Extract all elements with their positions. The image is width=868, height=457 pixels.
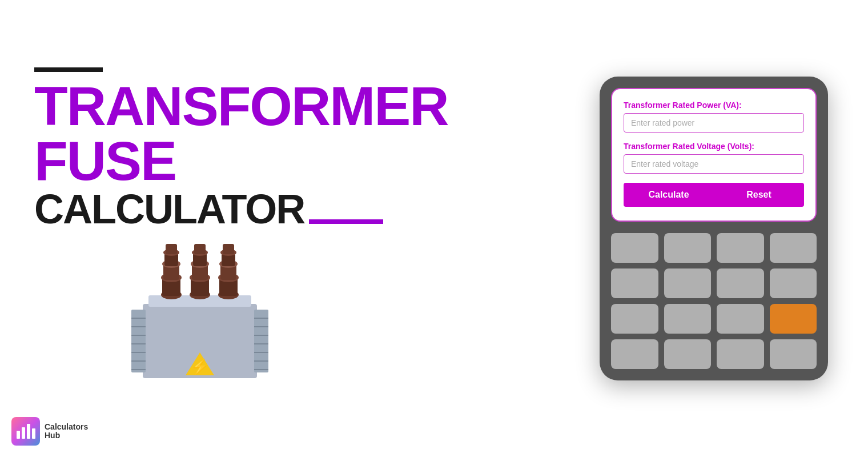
logo-text: Calculators Hub: [45, 423, 88, 440]
reset-button[interactable]: Reset: [714, 183, 804, 207]
title-fuse: FUSE: [34, 134, 594, 189]
calculate-button[interactable]: Calculate: [624, 183, 714, 207]
key-7[interactable]: [717, 268, 764, 298]
logo-bar-4: [32, 428, 35, 439]
left-section: TRANSFORMER FUSE CALCULATOR: [34, 67, 594, 390]
calculator-screen: Transformer Rated Power (VA): Transforme…: [611, 88, 817, 222]
logo-calculators-text: Calculators: [45, 423, 88, 431]
logo: Calculators Hub: [11, 417, 88, 446]
key-3[interactable]: [717, 233, 764, 263]
key-11[interactable]: [717, 304, 764, 334]
key-12-orange[interactable]: [770, 304, 817, 334]
key-9[interactable]: [611, 304, 658, 334]
title-calculator-text: CALCULATOR: [34, 189, 304, 230]
title-underline: [309, 219, 383, 224]
key-15[interactable]: [717, 339, 764, 369]
logo-bar-3: [27, 424, 30, 439]
transformer-illustration: ⚡: [120, 241, 280, 390]
logo-bar-2: [22, 427, 25, 439]
key-13[interactable]: [611, 339, 658, 369]
keypad: [611, 233, 817, 369]
key-2[interactable]: [664, 233, 712, 263]
key-16[interactable]: [770, 339, 817, 369]
right-section: Transformer Rated Power (VA): Transforme…: [594, 77, 834, 380]
key-1[interactable]: [611, 233, 658, 263]
title-transformer: TRANSFORMER: [34, 79, 594, 134]
power-field-label: Transformer Rated Power (VA):: [624, 101, 804, 110]
logo-hub-text: Hub: [45, 431, 88, 440]
svg-text:⚡: ⚡: [191, 358, 210, 376]
svg-rect-2: [254, 310, 268, 372]
title-calculator: CALCULATOR: [34, 189, 594, 230]
action-buttons-row: Calculate Reset: [624, 183, 804, 207]
key-14[interactable]: [664, 339, 712, 369]
rated-voltage-input[interactable]: [624, 154, 804, 174]
voltage-field-label: Transformer Rated Voltage (Volts):: [624, 142, 804, 151]
logo-bar-1: [17, 431, 20, 439]
title-accent-top: [34, 67, 103, 72]
svg-rect-1: [131, 310, 146, 372]
transformer-svg: ⚡: [120, 241, 280, 390]
svg-rect-33: [194, 244, 206, 254]
calculator-device: Transformer Rated Power (VA): Transforme…: [600, 77, 828, 380]
key-5[interactable]: [611, 268, 658, 298]
key-6[interactable]: [664, 268, 712, 298]
key-8[interactable]: [770, 268, 817, 298]
logo-icon: [11, 417, 40, 446]
svg-rect-25: [166, 244, 177, 254]
svg-rect-41: [223, 244, 234, 254]
rated-power-input[interactable]: [624, 113, 804, 133]
key-10[interactable]: [664, 304, 712, 334]
key-4[interactable]: [770, 233, 817, 263]
logo-bars: [13, 420, 39, 442]
